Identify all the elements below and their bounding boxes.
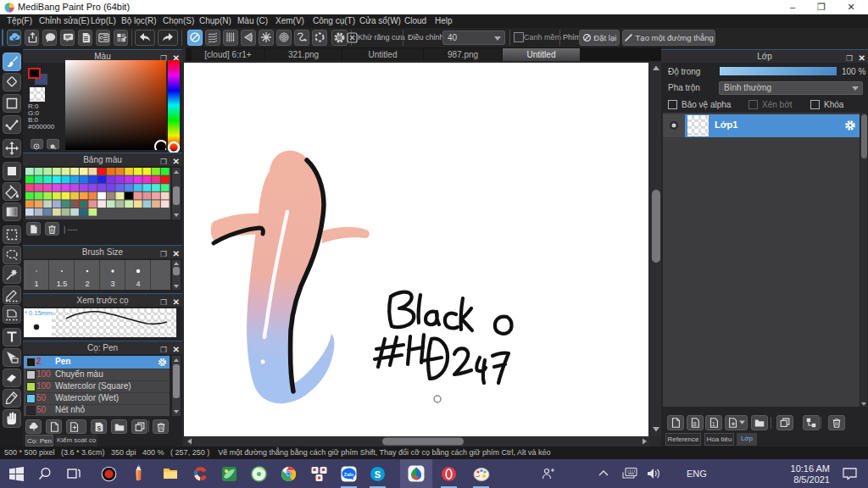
- svg-text:8: 8: [693, 421, 697, 427]
- svg-text:1: 1: [712, 421, 715, 427]
- svg-text:1: 1: [34, 280, 38, 288]
- svg-text:3: 3: [110, 280, 114, 288]
- svg-text:S: S: [97, 425, 101, 431]
- svg-text:1.5: 1.5: [57, 280, 68, 288]
- svg-text:Zalo: Zalo: [344, 472, 354, 477]
- svg-text:2: 2: [85, 280, 89, 288]
- svg-text:S: S: [375, 469, 381, 480]
- svg-text:4: 4: [136, 280, 140, 288]
